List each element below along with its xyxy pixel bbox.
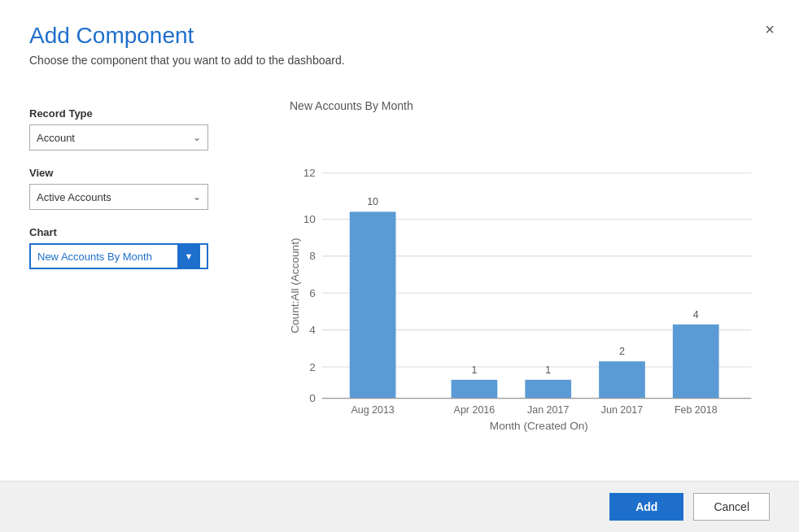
bar-feb2018 [673,325,719,399]
chevron-down-icon: ▼ [177,245,200,268]
record-type-select[interactable]: Account ⌄ [29,124,208,150]
svg-text:Jan 2017: Jan 2017 [527,404,569,416]
record-type-field: Record Type Account ⌄ [29,107,257,150]
svg-text:4: 4 [309,324,316,336]
dialog-footer: Add Cancel [0,481,799,532]
view-select[interactable]: Active Accounts ⌄ [29,184,208,210]
dialog-body: Record Type Account ⌄ View Active Accoun… [0,80,799,481]
svg-text:Feb 2018: Feb 2018 [675,404,718,416]
svg-text:Month (Created On): Month (Created On) [490,420,588,432]
close-button[interactable]: × [757,16,783,42]
svg-text:2: 2 [309,361,316,373]
dialog-subtitle: Choose the component that you want to ad… [29,54,770,67]
view-value: Active Accounts [37,191,111,203]
svg-text:Aug 2013: Aug 2013 [351,404,394,416]
chart-area: 12 10 8 6 4 2 0 Count:All (Ac [290,122,770,468]
chevron-down-icon: ⌄ [193,132,201,143]
svg-text:Count:All (Account): Count:All (Account) [290,238,301,334]
dialog-title: Add Component [29,23,770,49]
svg-text:Jun 2017: Jun 2017 [601,404,643,416]
cancel-button[interactable]: Cancel [693,493,770,521]
bar-jun2017 [599,361,645,398]
svg-text:6: 6 [309,287,316,299]
svg-text:8: 8 [309,250,316,262]
bar-jan2017 [525,380,571,399]
chart-value: New Accounts By Month [37,251,152,263]
bar-aug2013 [350,211,396,398]
svg-text:2: 2 [619,346,625,357]
svg-text:12: 12 [303,167,316,179]
view-label: View [29,167,257,179]
chart-field: Chart New Accounts By Month ▼ [29,226,257,269]
record-type-label: Record Type [29,107,257,120]
bar-chart: 12 10 8 6 4 2 0 Count:All (Ac [290,122,770,468]
svg-text:10: 10 [367,196,378,207]
svg-text:10: 10 [303,213,317,225]
svg-text:0: 0 [309,392,316,404]
left-panel: Record Type Account ⌄ View Active Accoun… [29,99,257,468]
chevron-down-icon: ⌄ [193,191,201,203]
chart-select[interactable]: New Accounts By Month ▼ [29,243,208,269]
add-button[interactable]: Add [609,493,683,521]
record-type-value: Account [37,132,75,144]
dialog-header: Add Component Choose the component that … [0,0,799,80]
chart-label: Chart [29,226,257,238]
chart-title: New Accounts By Month [290,99,770,112]
right-panel: New Accounts By Month 12 10 8 6 4 2 0 [290,99,770,468]
bar-apr2016 [452,380,498,399]
svg-text:1: 1 [545,364,551,376]
svg-text:4: 4 [693,309,699,321]
svg-text:1: 1 [471,364,477,376]
add-component-dialog: × Add Component Choose the component tha… [0,0,799,532]
view-field: View Active Accounts ⌄ [29,167,257,210]
svg-text:Apr 2016: Apr 2016 [454,404,496,416]
